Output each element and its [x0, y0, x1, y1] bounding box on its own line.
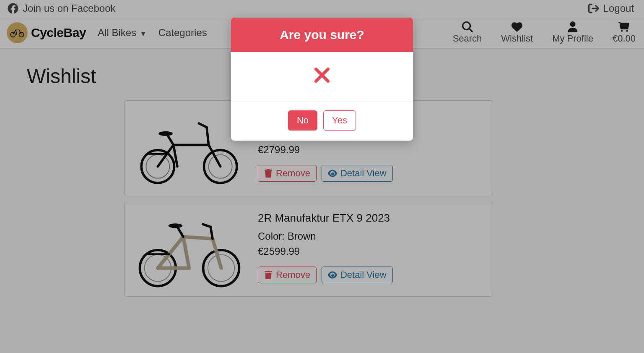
modal-yes-button[interactable]: Yes — [323, 110, 356, 131]
close-icon — [310, 63, 334, 87]
confirm-modal: Are you sure? No Yes — [231, 18, 413, 141]
modal-title: Are you sure? — [231, 18, 413, 52]
modal-overlay[interactable]: Are you sure? No Yes — [0, 0, 644, 320]
modal-body — [231, 52, 413, 102]
modal-footer: No Yes — [231, 102, 413, 141]
modal-no-button[interactable]: No — [288, 110, 317, 131]
